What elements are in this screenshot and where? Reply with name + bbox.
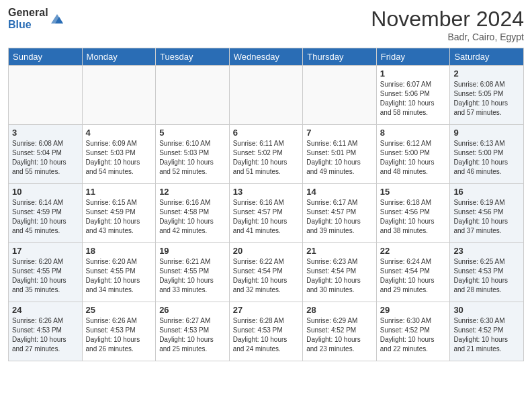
calendar-cell: 27Sunrise: 6:28 AM Sunset: 4:53 PM Dayli… (229, 302, 303, 361)
day-number: 6 (233, 128, 300, 138)
calendar-cell: 23Sunrise: 6:25 AM Sunset: 4:53 PM Dayli… (450, 243, 524, 302)
calendar-cell: 20Sunrise: 6:22 AM Sunset: 4:54 PM Dayli… (229, 243, 303, 302)
day-number: 24 (12, 305, 79, 315)
page-container: General Blue November 2024 Badr, Cairo, … (0, 0, 532, 368)
col-header-thursday: Thursday (303, 48, 377, 66)
calendar-cell: 16Sunrise: 6:19 AM Sunset: 4:56 PM Dayli… (450, 184, 524, 243)
day-info: Sunrise: 6:11 AM Sunset: 5:02 PM Dayligh… (233, 139, 300, 177)
day-info: Sunrise: 6:13 AM Sunset: 5:00 PM Dayligh… (453, 139, 520, 177)
day-info: Sunrise: 6:15 AM Sunset: 4:59 PM Dayligh… (86, 198, 152, 236)
calendar-cell: 7Sunrise: 6:11 AM Sunset: 5:01 PM Daylig… (303, 125, 377, 184)
day-info: Sunrise: 6:08 AM Sunset: 5:05 PM Dayligh… (453, 80, 520, 118)
day-number: 16 (453, 187, 520, 197)
day-number: 13 (233, 187, 300, 197)
day-number: 26 (159, 305, 226, 315)
day-info: Sunrise: 6:12 AM Sunset: 5:00 PM Dayligh… (380, 139, 447, 177)
day-info: Sunrise: 6:22 AM Sunset: 4:54 PM Dayligh… (233, 257, 300, 295)
calendar-week-3: 10Sunrise: 6:14 AM Sunset: 4:59 PM Dayli… (9, 184, 524, 243)
day-number: 23 (453, 246, 520, 256)
calendar-header-row: SundayMondayTuesdayWednesdayThursdayFrid… (9, 48, 524, 66)
calendar-week-4: 17Sunrise: 6:20 AM Sunset: 4:55 PM Dayli… (9, 243, 524, 302)
day-info: Sunrise: 6:10 AM Sunset: 5:03 PM Dayligh… (159, 139, 226, 177)
calendar-cell: 26Sunrise: 6:27 AM Sunset: 4:53 PM Dayli… (156, 302, 230, 361)
day-info: Sunrise: 6:16 AM Sunset: 4:58 PM Dayligh… (159, 198, 226, 236)
calendar-cell: 9Sunrise: 6:13 AM Sunset: 5:00 PM Daylig… (450, 125, 524, 184)
day-number: 5 (159, 128, 226, 138)
day-info: Sunrise: 6:27 AM Sunset: 4:53 PM Dayligh… (159, 316, 226, 354)
day-info: Sunrise: 6:28 AM Sunset: 4:53 PM Dayligh… (233, 316, 300, 354)
calendar-cell (303, 66, 377, 125)
day-number: 28 (306, 305, 373, 315)
day-number: 17 (12, 246, 79, 256)
day-number: 14 (306, 187, 373, 197)
day-number: 11 (86, 187, 152, 197)
day-number: 2 (453, 68, 520, 79)
day-info: Sunrise: 6:19 AM Sunset: 4:56 PM Dayligh… (453, 198, 520, 236)
calendar-cell: 15Sunrise: 6:18 AM Sunset: 4:56 PM Dayli… (376, 184, 450, 243)
logo-text: General Blue (8, 7, 48, 30)
day-number: 4 (86, 128, 152, 138)
calendar-cell: 8Sunrise: 6:12 AM Sunset: 5:00 PM Daylig… (376, 125, 450, 184)
day-number: 29 (380, 305, 447, 315)
calendar-cell: 13Sunrise: 6:16 AM Sunset: 4:57 PM Dayli… (229, 184, 303, 243)
day-info: Sunrise: 6:16 AM Sunset: 4:57 PM Dayligh… (233, 198, 300, 236)
day-info: Sunrise: 6:18 AM Sunset: 4:56 PM Dayligh… (380, 198, 447, 236)
day-info: Sunrise: 6:09 AM Sunset: 5:03 PM Dayligh… (86, 139, 152, 177)
day-info: Sunrise: 6:08 AM Sunset: 5:04 PM Dayligh… (12, 139, 79, 177)
location: Badr, Cairo, Egypt (371, 32, 524, 42)
calendar-cell: 2Sunrise: 6:08 AM Sunset: 5:05 PM Daylig… (450, 66, 524, 125)
day-number: 20 (233, 246, 300, 256)
calendar-cell: 14Sunrise: 6:17 AM Sunset: 4:57 PM Dayli… (303, 184, 377, 243)
calendar-cell (82, 66, 156, 125)
logo: General Blue (8, 7, 64, 30)
day-number: 7 (306, 128, 373, 138)
logo-general-text: General (8, 7, 48, 19)
calendar-cell: 5Sunrise: 6:10 AM Sunset: 5:03 PM Daylig… (156, 125, 230, 184)
day-info: Sunrise: 6:24 AM Sunset: 4:54 PM Dayligh… (380, 257, 447, 295)
day-number: 8 (380, 128, 447, 138)
calendar-cell (9, 66, 83, 125)
calendar-cell: 10Sunrise: 6:14 AM Sunset: 4:59 PM Dayli… (9, 184, 83, 243)
day-number: 19 (159, 246, 226, 256)
calendar-cell: 25Sunrise: 6:26 AM Sunset: 4:53 PM Dayli… (82, 302, 156, 361)
calendar-cell: 4Sunrise: 6:09 AM Sunset: 5:03 PM Daylig… (82, 125, 156, 184)
calendar-cell: 11Sunrise: 6:15 AM Sunset: 4:59 PM Dayli… (82, 184, 156, 243)
calendar-cell (156, 66, 230, 125)
calendar-cell: 22Sunrise: 6:24 AM Sunset: 4:54 PM Dayli… (376, 243, 450, 302)
day-number: 10 (12, 187, 79, 197)
day-number: 25 (86, 305, 152, 315)
day-info: Sunrise: 6:26 AM Sunset: 4:53 PM Dayligh… (86, 316, 152, 354)
day-info: Sunrise: 6:21 AM Sunset: 4:55 PM Dayligh… (159, 257, 226, 295)
calendar-week-1: 1Sunrise: 6:07 AM Sunset: 5:06 PM Daylig… (9, 66, 524, 125)
day-info: Sunrise: 6:20 AM Sunset: 4:55 PM Dayligh… (12, 257, 79, 295)
day-number: 1 (380, 68, 447, 79)
calendar-cell: 3Sunrise: 6:08 AM Sunset: 5:04 PM Daylig… (9, 125, 83, 184)
calendar-cell: 18Sunrise: 6:20 AM Sunset: 4:55 PM Dayli… (82, 243, 156, 302)
day-number: 12 (159, 187, 226, 197)
day-info: Sunrise: 6:17 AM Sunset: 4:57 PM Dayligh… (306, 198, 373, 236)
day-info: Sunrise: 6:20 AM Sunset: 4:55 PM Dayligh… (86, 257, 152, 295)
col-header-saturday: Saturday (450, 48, 524, 66)
calendar-week-2: 3Sunrise: 6:08 AM Sunset: 5:04 PM Daylig… (9, 125, 524, 184)
day-info: Sunrise: 6:07 AM Sunset: 5:06 PM Dayligh… (380, 80, 447, 118)
day-number: 27 (233, 305, 300, 315)
day-number: 22 (380, 246, 447, 256)
calendar-cell: 29Sunrise: 6:30 AM Sunset: 4:52 PM Dayli… (376, 302, 450, 361)
calendar-cell: 1Sunrise: 6:07 AM Sunset: 5:06 PM Daylig… (376, 66, 450, 125)
day-number: 30 (453, 305, 520, 315)
calendar-cell: 24Sunrise: 6:26 AM Sunset: 4:53 PM Dayli… (9, 302, 83, 361)
calendar-cell: 21Sunrise: 6:23 AM Sunset: 4:54 PM Dayli… (303, 243, 377, 302)
day-info: Sunrise: 6:30 AM Sunset: 4:52 PM Dayligh… (453, 316, 520, 354)
col-header-monday: Monday (82, 48, 156, 66)
day-number: 9 (453, 128, 520, 138)
col-header-friday: Friday (376, 48, 450, 66)
calendar-week-5: 24Sunrise: 6:26 AM Sunset: 4:53 PM Dayli… (9, 302, 524, 361)
calendar-cell (229, 66, 303, 125)
day-number: 15 (380, 187, 447, 197)
calendar-cell: 19Sunrise: 6:21 AM Sunset: 4:55 PM Dayli… (156, 243, 230, 302)
logo-icon (50, 11, 64, 26)
col-header-wednesday: Wednesday (229, 48, 303, 66)
day-info: Sunrise: 6:29 AM Sunset: 4:52 PM Dayligh… (306, 316, 373, 354)
day-info: Sunrise: 6:11 AM Sunset: 5:01 PM Dayligh… (306, 139, 373, 177)
calendar-cell: 17Sunrise: 6:20 AM Sunset: 4:55 PM Dayli… (9, 243, 83, 302)
